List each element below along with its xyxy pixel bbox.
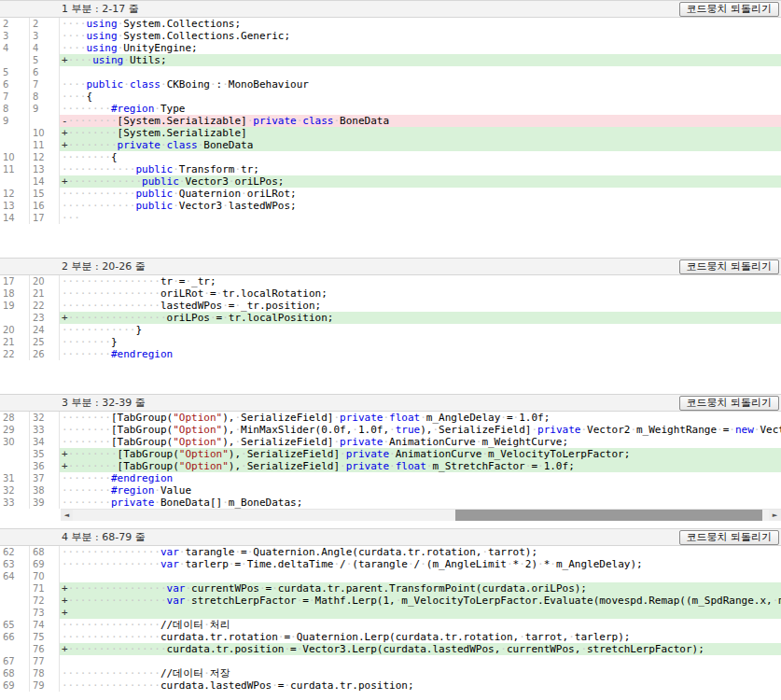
added-marker: + [62,54,68,66]
diff-row: 67····public·class·CKBoing·:·MonoBehavio… [0,78,781,91]
scrollbar-thumb[interactable] [455,510,761,521]
keyword-token: using [87,42,118,54]
keyword-token: private [537,424,580,436]
new-line-number: 13 [30,163,60,175]
new-line-number: 20 [30,275,60,287]
whitespace-dots: ················ [62,275,160,287]
new-line-number: 5 [30,54,60,66]
whitespace-dots: ················ [62,287,160,300]
keyword-token: #endregion [111,472,173,484]
new-line-number: 32 [30,412,60,424]
keyword-token: var [160,558,179,570]
removed-marker: - [62,115,68,127]
added-marker: + [62,448,68,460]
new-line-number: 69 [30,558,60,570]
scrollbar-track[interactable] [73,510,769,521]
new-line-number: 6 [30,66,60,78]
code-line: +········[TabGroup("Option"),·SerializeF… [60,448,781,460]
old-line-number [0,312,30,324]
whitespace-dots: · [234,436,241,448]
whitespace-dots: · [389,448,396,460]
revert-chunk-button[interactable]: 코드뭉치 되돌리기 [679,2,780,17]
old-line-number: 13 [0,200,30,212]
keyword-token: var [167,582,186,595]
whitespace-dots: · [203,619,210,631]
whitespace-dots: ················ [62,558,160,570]
whitespace-dots: · [173,188,179,200]
diff-row: 6979················curdata.lastedWPos·=… [0,679,781,692]
diff-section-3: 3 부분 : 32-39 줄 코드뭉치 되돌리기 2832········[Ta… [0,394,781,521]
added-marker: + [62,460,68,472]
old-line-number: 69 [0,679,30,692]
whitespace-dots: · [309,595,315,607]
whitespace-dots: · [352,424,358,436]
code-line: ··· [60,212,781,224]
scroll-right-arrow-icon[interactable]: ► [769,510,781,521]
code-line: +············public·Vector3·oriLPos; [60,175,781,188]
new-line-number: 75 [30,631,60,643]
whitespace-dots: · [580,643,587,655]
whitespace-dots: ············ [62,200,135,212]
keyword-token: using [87,18,118,30]
keyword-token: var [167,595,186,607]
whitespace-dots: · [272,582,278,595]
whitespace-dots: · [160,78,167,91]
keyword-token: class [302,115,333,127]
whitespace-dots: ········ [68,460,118,472]
diff-row: 22····using·System.Collections; [0,18,781,30]
whitespace-dots: · [222,312,229,324]
old-line-number: 33 [0,497,30,509]
code-line: ················lastedWPos·=·_tr.positio… [60,300,781,312]
old-line-number: 31 [0,472,30,484]
keyword-token: private [340,436,383,448]
added-marker: + [62,175,68,188]
whitespace-dots: · [550,558,556,570]
diff-row: 6470 [0,570,781,582]
whitespace-dots: · [173,275,179,287]
horizontal-scrollbar[interactable]: ◄ ► [61,509,781,521]
old-line-number: 21 [0,336,30,348]
whitespace-dots: ············ [68,175,142,188]
old-line-number [0,54,30,66]
old-line-number [0,607,30,619]
code-line: + [60,607,781,619]
whitespace-dots: · [729,424,735,436]
whitespace-dots: ········ [62,484,111,497]
revert-chunk-button[interactable]: 코드뭉치 되돌리기 [679,530,780,545]
code-line: ········[TabGroup("Option"),·SerializeFi… [60,436,781,448]
diff-row: 33····using·System.Collections.Generic; [0,30,781,42]
whitespace-dots: · [154,103,160,115]
whitespace-dots: · [537,460,544,472]
whitespace-dots: · [500,412,507,424]
keyword-token: #endregion [111,348,173,360]
whitespace-dots: ···· [62,30,87,42]
revert-chunk-button[interactable]: 코드뭉치 되돌리기 [679,396,780,411]
keyword-token: public [135,200,173,212]
new-line-number: 22 [30,300,60,312]
code-line: ················var·tarangle·=·Quaternio… [60,546,781,558]
old-line-number: 65 [0,619,30,631]
revert-chunk-button[interactable]: 코드뭉치 되돌리기 [679,259,780,274]
new-line-number: 12 [30,151,60,163]
code-line: ········{ [60,151,781,163]
scroll-left-arrow-icon[interactable]: ◄ [61,510,73,521]
whitespace-dots: · [216,287,223,300]
whitespace-dots: · [481,546,488,558]
whitespace-dots: · [222,200,229,212]
code-line: +················var·currentWPos·=·curda… [60,582,781,595]
old-line-number [0,595,30,607]
code-line [60,66,781,78]
whitespace-dots: · [241,558,247,570]
whitespace-dots: ···· [62,91,87,103]
whitespace-dots: · [519,558,525,570]
whitespace-dots: · [432,424,439,436]
diff-section-2: 2 부분 : 20-26 줄 코드뭉치 되돌리기 1720···········… [0,258,781,360]
new-line-number: 21 [30,287,60,300]
old-line-number [0,582,30,595]
diff-row: 23+················oriLPos·=·tr.localPos… [0,312,781,324]
code-line: ················//데이터·저장 [60,667,781,679]
diff-rows: 6268················var·tarangle·=·Quate… [0,546,781,692]
new-line-number: 38 [30,484,60,497]
whitespace-dots: · [247,546,254,558]
added-marker: + [62,607,68,619]
